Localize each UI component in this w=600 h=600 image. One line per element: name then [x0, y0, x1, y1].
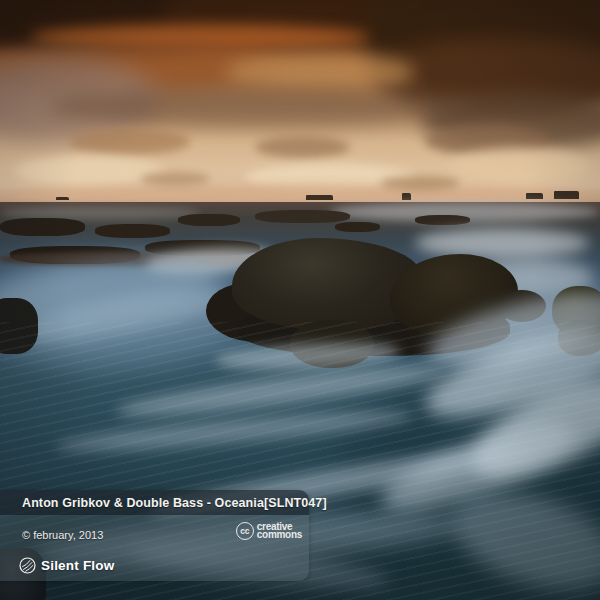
- album-cover: Anton Gribkov & Double Bass - Oceania [S…: [0, 0, 600, 600]
- cc-wordmark: creative commons: [257, 523, 302, 540]
- netlabel-name: Silent Flow: [41, 558, 114, 573]
- release-title: Anton Gribkov & Double Bass - Oceania: [22, 496, 264, 510]
- spiral-circle-icon: [19, 557, 36, 574]
- cc-circle-icon: cc: [236, 522, 254, 540]
- cc-line2: commons: [257, 531, 302, 540]
- release-info-panel: Anton Gribkov & Double Bass - Oceania [S…: [0, 490, 309, 581]
- creative-commons-badge: cc creative commons: [236, 522, 302, 540]
- catalog-number: [SLNT047]: [264, 496, 327, 510]
- release-title-bar: Anton Gribkov & Double Bass - Oceania [S…: [0, 490, 309, 515]
- netlabel-logo: Silent Flow: [19, 557, 114, 574]
- release-date: © february, 2013: [22, 529, 103, 541]
